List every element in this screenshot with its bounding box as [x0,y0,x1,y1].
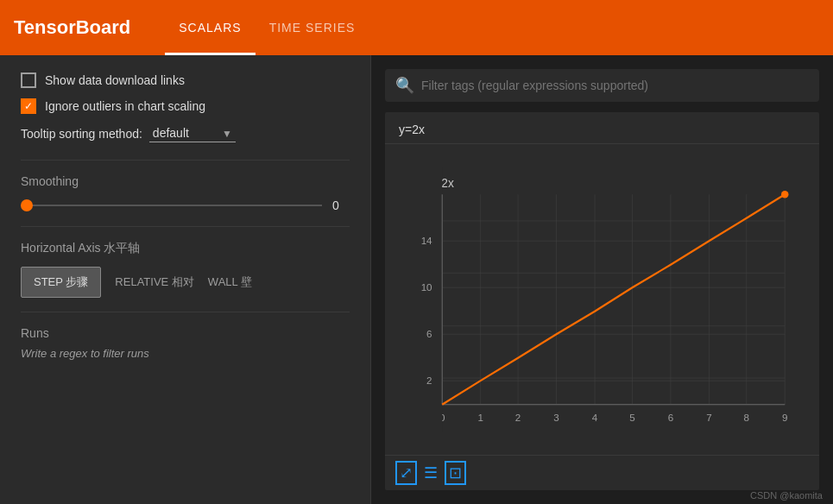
chart-card: y=2x y=2x [385,112,819,490]
smoothing-slider-track[interactable] [21,205,322,206]
chart-toolbar: ⤢ ☰ ⊡ [385,455,819,490]
divider-1 [21,160,350,161]
tab-scalars[interactable]: SCALARS [165,0,255,55]
smoothing-section: Smoothing 0 [21,174,350,212]
checkbox-download-links-label: Show data download links [45,73,185,87]
checkbox-row-1: Show data download links [21,72,350,88]
svg-text:3: 3 [553,412,558,423]
checkbox-row-2: Ignore outliers in chart scaling [21,98,350,114]
axis-btn-relative[interactable]: RELATIVE 相对 [115,274,194,290]
divider-3 [21,312,350,312]
chart-tag-title: y=2x [385,112,819,144]
axis-buttons-row: STEP 步骤 RELATIVE 相对 WALL 壁 [21,267,350,298]
list-icon[interactable]: ☰ [424,463,438,482]
svg-text:7: 7 [706,412,711,423]
header: TensorBoard SCALARS TIME SERIES [0,0,833,55]
svg-text:5: 5 [629,412,634,423]
svg-text:2: 2 [515,412,521,423]
footer-credit: CSDN @kaomita [750,490,823,501]
tooltip-sorting-label: Tooltip sorting method: [21,127,142,141]
nav-tabs: SCALARS TIME SERIES [165,0,369,55]
smoothing-row: 0 [21,198,350,212]
tab-time-series[interactable]: TIME SERIES [256,0,369,55]
svg-text:6: 6 [668,412,673,423]
runs-section: Runs Write a regex to filter runs [21,326,350,360]
smoothing-label: Smoothing [21,174,350,188]
svg-rect-35 [392,167,442,432]
tooltip-sorting-select[interactable]: default ascending descending nearest [149,124,236,142]
axis-btn-step[interactable]: STEP 步骤 [21,267,101,298]
tooltip-select-wrapper: default ascending descending nearest ▼ [149,124,236,142]
chart-area: y=2x [385,144,819,455]
tooltip-sorting-row: Tooltip sorting method: default ascendin… [21,124,350,142]
expand-icon[interactable]: ⤢ [395,461,417,485]
main-layout: Show data download links Ignore outliers… [0,55,833,504]
axis-label: Horizontal Axis 水平轴 [21,241,350,256]
sidebar: Show data download links Ignore outliers… [0,55,371,504]
app-logo: TensorBoard [14,16,130,39]
filter-input[interactable] [421,79,809,92]
checkbox-ignore-outliers[interactable] [21,98,36,114]
divider-2 [21,226,350,227]
main-content: 🔍 y=2x y=2x [371,55,833,504]
smoothing-slider-thumb[interactable] [21,199,33,211]
chart-svg: y=2x [392,151,812,448]
runs-filter-label: Write a regex to filter runs [21,347,350,360]
checkbox-ignore-outliers-label: Ignore outliers in chart scaling [45,99,205,113]
checkbox-download-links[interactable] [21,72,36,88]
svg-text:2: 2 [426,375,432,386]
svg-text:8: 8 [744,412,749,423]
chart-endpoint-dot [781,191,788,198]
zoom-icon[interactable]: ⊡ [445,461,466,485]
axis-btn-wall[interactable]: WALL 壁 [208,274,252,290]
svg-rect-0 [392,167,812,432]
runs-label: Runs [21,326,350,340]
filter-bar: 🔍 [385,69,819,102]
svg-text:4: 4 [592,412,598,423]
svg-text:14: 14 [421,235,432,246]
axis-section: Horizontal Axis 水平轴 STEP 步骤 RELATIVE 相对 … [21,241,350,298]
svg-text:6: 6 [426,328,432,339]
svg-text:10: 10 [421,281,432,293]
smoothing-value: 0 [332,198,350,212]
svg-text:1: 1 [477,412,483,423]
svg-text:9: 9 [782,412,787,423]
search-icon: 🔍 [395,76,414,95]
